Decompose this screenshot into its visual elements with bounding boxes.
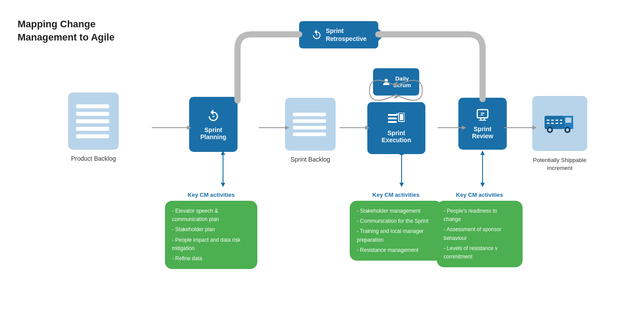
- product-backlog-label: Product Backlog: [71, 155, 116, 162]
- svg-marker-20: [480, 183, 485, 187]
- cm-review-item-3: - Levels of resistance v commitment: [444, 244, 516, 261]
- cm-review-title: Key CM activities: [456, 192, 503, 198]
- backlog-line: [76, 104, 109, 108]
- cm-execution-item-4: - Resistance management: [357, 246, 435, 254]
- cm-execution-item-2: - Communication for the Sprint: [357, 217, 435, 225]
- shippable-icon: [532, 96, 587, 151]
- svg-rect-23: [388, 114, 397, 116]
- svg-marker-19: [480, 151, 485, 155]
- cm-planning-item-1: - Elevator speech & communication plan: [172, 207, 250, 224]
- svg-point-21: [316, 34, 317, 35]
- truck-icon: [545, 111, 575, 136]
- sprint-execution-label: SprintExecution: [382, 129, 411, 144]
- daily-scrum-node: DailyScrum: [373, 68, 419, 96]
- sprint-planning-icon: [206, 109, 220, 123]
- svg-point-22: [384, 79, 388, 82]
- svg-rect-29: [545, 116, 564, 129]
- daily-scrum-icon: [381, 77, 391, 87]
- svg-point-35: [566, 129, 569, 132]
- retrospective-label: SprintRetrospective: [326, 27, 367, 43]
- cm-planning-item-2: - Stakeholder plan: [172, 225, 250, 234]
- sprint-review-label: SprintReview: [472, 125, 493, 140]
- svg-marker-14: [221, 183, 225, 187]
- cm-execution-item-1: - Stakeholder management: [357, 207, 435, 215]
- svg-rect-28: [477, 110, 488, 118]
- cm-planning-item-3: - People impact and data risk mitigation: [172, 236, 250, 253]
- svg-rect-27: [400, 114, 403, 120]
- cm-planning-item-4: - Refine data: [172, 254, 250, 263]
- shippable-label: Potentially ShippableIncrement: [533, 156, 586, 172]
- backlog-line: [76, 127, 109, 131]
- sprint-execution-icon: [388, 113, 405, 126]
- shippable-increment-node: Potentially ShippableIncrement: [532, 96, 587, 172]
- cm-planning-section: Key CM activities - Elevator speech & co…: [163, 192, 260, 269]
- svg-rect-31: [565, 118, 571, 123]
- cm-review-item-1: - People's readiness to change: [444, 207, 516, 224]
- svg-marker-17: [399, 183, 404, 187]
- cm-review-box: - People's readiness to change - Assessm…: [437, 201, 523, 267]
- sprint-backlog-label: Sprint Backlog: [290, 156, 330, 163]
- retrospective-icon: [311, 29, 322, 41]
- sprint-review-node: SprintReview: [458, 98, 507, 150]
- svg-rect-25: [388, 121, 397, 123]
- product-backlog-icon: [68, 92, 119, 150]
- page-title: Mapping Change Management to Agile: [18, 18, 114, 44]
- cm-execution-title: Key CM activities: [373, 192, 420, 198]
- sprint-execution-node: SprintExecution: [367, 102, 425, 154]
- backlog-line: [76, 134, 109, 138]
- daily-scrum-label: DailyScrum: [393, 75, 411, 88]
- sprint-execution-box: SprintExecution: [367, 102, 425, 154]
- cm-review-item-2: - Assessment of sponsor behaviour: [444, 225, 516, 242]
- backlog-line: [76, 112, 109, 116]
- svg-rect-24: [388, 118, 397, 119]
- sprint-review-icon: [476, 108, 490, 122]
- sprint-planning-label: SprintPlanning: [200, 126, 226, 140]
- sprint-review-box: SprintReview: [458, 98, 507, 150]
- sprint-retrospective-node: SprintRetrospective: [299, 21, 378, 48]
- cm-execution-section: Key CM activities - Stakeholder manageme…: [348, 192, 444, 261]
- cm-planning-title: Key CM activities: [188, 192, 235, 198]
- svg-point-33: [548, 129, 551, 132]
- cm-execution-item-3: - Training and local manager preparation: [357, 227, 435, 244]
- sprint-backlog-node: Sprint Backlog: [285, 98, 336, 163]
- product-backlog-node: Product Backlog: [68, 92, 119, 162]
- cm-review-section: Key CM activities - People's readiness t…: [435, 192, 523, 267]
- retrospective-arrow-notch: [378, 29, 384, 41]
- backlog-line: [76, 119, 109, 123]
- sprint-backlog-icon: [285, 98, 336, 151]
- sprint-planning-node: SprintPlanning: [189, 97, 238, 152]
- cm-execution-box: - Stakeholder management - Communication…: [350, 201, 442, 261]
- cm-planning-box: - Elevator speech & communication plan -…: [165, 201, 257, 269]
- sprint-planning-box: SprintPlanning: [189, 97, 238, 152]
